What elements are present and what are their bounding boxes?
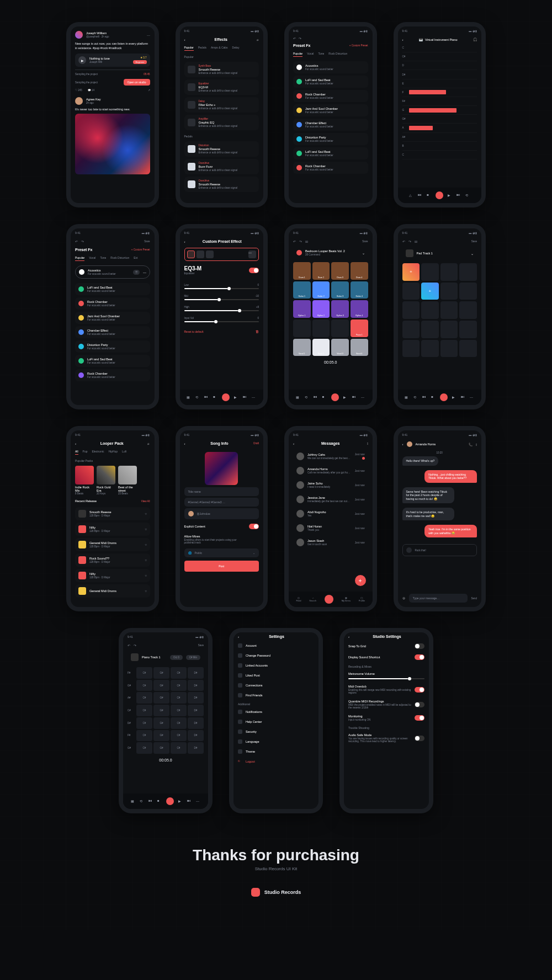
piano-row[interactable]: A# [402, 133, 477, 142]
record-button[interactable] [436, 191, 443, 199]
message-input[interactable]: Type your message… [409, 594, 468, 603]
pad[interactable]: Guitar 3 [331, 281, 349, 299]
post-button[interactable]: Post [184, 561, 259, 572]
post-image[interactable] [75, 114, 150, 174]
pad-add[interactable]: + [421, 283, 439, 300]
piano-row[interactable]: F [402, 88, 477, 97]
preset-selected[interactable]: AcousticsFor acoustic sound better ☰ ⋯ [75, 265, 150, 279]
settings-item[interactable]: Liked Post [233, 670, 319, 680]
title-input[interactable]: Title name [184, 487, 259, 496]
pad[interactable]: Drum 1 [293, 262, 311, 280]
back-icon[interactable]: ‹ [75, 442, 76, 445]
prev-icon[interactable]: ⏮ [418, 193, 422, 198]
chord-cell[interactable]: G# [153, 742, 169, 754]
back-icon[interactable]: ‹ [184, 38, 185, 41]
custom-preset-link[interactable]: + Custom Preset [349, 44, 368, 47]
back-icon[interactable]: ‹ [348, 635, 349, 638]
comments-count[interactable]: 💬 14 [88, 89, 94, 92]
thread-item[interactable]: Jaine SohoI need it immediatelyJust now [293, 478, 368, 492]
preset-item[interactable]: Rock ChamberFor acoustic sound better [293, 90, 368, 102]
pad[interactable]: Rythm 1 [293, 300, 311, 318]
eq-param[interactable]: High+8 [184, 306, 259, 311]
chord-cell[interactable]: C# [136, 692, 152, 704]
fx-item[interactable]: AmplifierGraphic EQEnhance or add drift … [184, 115, 259, 130]
fav-icon[interactable]: ☆ [145, 559, 147, 562]
chord-cell[interactable]: D# [188, 667, 204, 679]
settings-item[interactable]: Security [233, 727, 319, 737]
preset-tabs[interactable]: PopularVocalToneRock DistortionExt [71, 254, 155, 263]
studio-option[interactable]: Display Sound Shortcut [344, 652, 429, 663]
piano-row[interactable]: A [402, 124, 477, 132]
chevron-down-icon[interactable]: ⌄ [362, 251, 365, 255]
fav-icon[interactable]: ☆ [145, 544, 147, 546]
pad-add[interactable]: + [402, 263, 420, 281]
pad[interactable]: Rythm 3 [331, 300, 349, 318]
pad[interactable]: Drum 3 [331, 262, 349, 280]
piano-row[interactable]: F# [402, 97, 477, 106]
pedal-item[interactable]: OverdriveSmooth ReeeseEnhance or add dri… [184, 177, 259, 192]
likes-count[interactable]: ♡ 245 [75, 89, 82, 92]
settings-item[interactable]: Find Friends [233, 690, 319, 700]
avatar[interactable] [75, 97, 83, 105]
preset-item[interactable]: Chamber EffectFor acoustic sound better [75, 326, 150, 338]
settings-item[interactable]: Help Center [233, 717, 319, 727]
more-icon[interactable]: ⁝ [367, 441, 368, 445]
pad[interactable]: Vocal 4 [351, 339, 368, 356]
emoji-icon[interactable]: ☺ [402, 596, 406, 600]
delete-icon[interactable]: 🗑 [256, 330, 259, 333]
studio-option[interactable]: Midi OverdubEnabling this will merge new… [344, 682, 429, 697]
tab-feed[interactable]: ◫Feed [296, 596, 301, 602]
preset-item[interactable]: LoFi and Sad BeatFor acoustic sound bett… [75, 283, 150, 295]
back-icon[interactable]: ‹ [184, 442, 185, 445]
chord-cell[interactable]: C# [171, 680, 187, 691]
recent-item[interactable]: General Midi Drums128 Bpm · D Major☆ [75, 538, 150, 551]
back-icon[interactable]: ‹ [402, 443, 404, 446]
slider-icon[interactable]: ☰ [133, 270, 140, 275]
send-button[interactable]: Send [471, 597, 477, 600]
chord-cell[interactable]: G# [153, 730, 169, 742]
tab-profile[interactable]: ◯Profile [359, 596, 365, 602]
feed-username[interactable]: Joseph William [86, 31, 144, 35]
chord-cell[interactable]: G# [153, 692, 169, 704]
preset-item[interactable]: Rock ChamberFor acoustic sound better [75, 369, 150, 381]
chord-cell[interactable]: D# [188, 742, 204, 754]
pack-card[interactable]: Indie Rock Mix8 Beats [75, 466, 94, 495]
more-icon[interactable]: ⋯ [147, 33, 150, 37]
thread-item[interactable]: Johhny CahsWe can not immediately get th… [293, 450, 368, 463]
toggle[interactable] [415, 687, 424, 693]
chord-cell[interactable]: G# [153, 705, 169, 716]
fx-tabs[interactable]: PopularPedalsAmps & CabsDelay [180, 44, 264, 53]
pad[interactable]: Piano 1 [351, 319, 368, 337]
recent-item[interactable]: General Midi Drums☆ [75, 584, 150, 598]
preset-item[interactable]: Jazz And Soul ChamberFor acoustic sound … [75, 312, 150, 324]
toggle[interactable] [415, 654, 424, 660]
piano-grid[interactable]: CC#DD#EFF#GG#AA#BC [398, 44, 482, 159]
chord-cell[interactable]: C# [136, 730, 152, 742]
chord-cell[interactable]: C# [171, 717, 187, 729]
play-icon[interactable]: ▶ [78, 56, 86, 64]
preset-item[interactable]: Distortion PartyFor acoustic sound bette… [75, 340, 150, 353]
more-icon[interactable]: ⋯ [143, 270, 146, 274]
preset-item[interactable]: Jazz And Soul ChamberFor acoustic sound … [293, 104, 368, 116]
chord-cell[interactable]: C# [136, 667, 152, 679]
loop-icon[interactable]: ⟲ [465, 193, 470, 198]
chord-cell[interactable]: G# [153, 680, 169, 691]
settings-item[interactable]: Linked Accounts [233, 661, 319, 670]
avatar[interactable] [75, 31, 83, 39]
settings-item[interactable]: Theme [233, 747, 319, 757]
settings-item[interactable]: Notifications [233, 707, 319, 717]
settings-item[interactable]: Language [233, 737, 319, 747]
pad[interactable]: Guitar 2 [312, 281, 330, 299]
tab-search[interactable]: ⌕Search [309, 596, 316, 602]
recent-item[interactable]: Rock Sound??128 Bpm · D Major☆ [75, 553, 150, 567]
pad[interactable]: Vocal 1 [293, 339, 311, 356]
chord-cell[interactable]: D# [188, 717, 204, 729]
avatar[interactable] [407, 441, 412, 447]
pad-empty[interactable] [421, 263, 439, 281]
next-icon[interactable]: ⏭ [457, 193, 461, 198]
fx-item[interactable]: Synth BassSmooth ReeeseEnhance or add dr… [184, 62, 259, 77]
recent-item[interactable]: Nifty128 Bpm · D Major☆ [75, 523, 150, 536]
pack-card[interactable]: Beat of the street25 Beats [118, 466, 137, 495]
chord-cell[interactable]: G# [153, 717, 169, 729]
thread-item[interactable]: Jessica JaneImmediately get the best we … [293, 493, 368, 506]
